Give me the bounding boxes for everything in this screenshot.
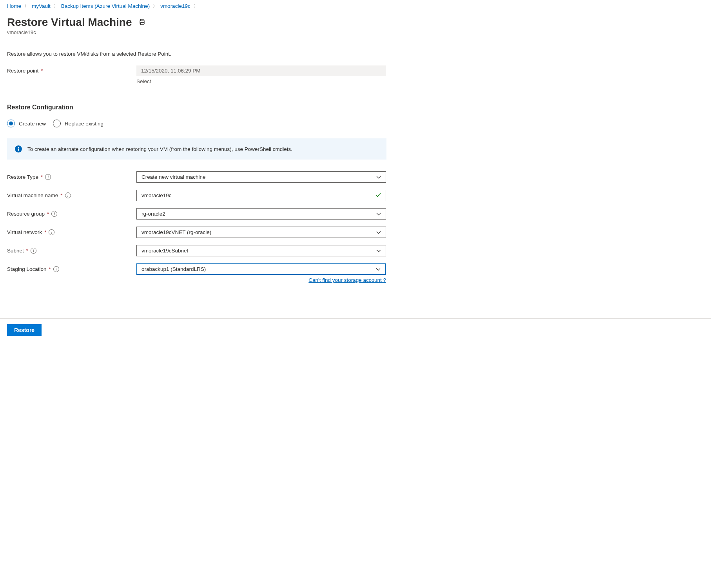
staging-location-value: orabackup1 (StandardLRS) bbox=[141, 266, 206, 272]
chevron-right-icon: 〉 bbox=[194, 3, 198, 9]
chevron-right-icon: 〉 bbox=[54, 3, 58, 9]
restore-point-label: Restore point bbox=[7, 68, 38, 74]
svg-rect-3 bbox=[18, 149, 19, 151]
restore-config-radio-group: Create new Replace existing bbox=[7, 120, 467, 127]
info-icon[interactable]: i bbox=[31, 248, 36, 254]
breadcrumb-vmoracle19c[interactable]: vmoracle19c bbox=[160, 3, 190, 9]
breadcrumb: Home 〉 myVault 〉 Backup Items (Azure Vir… bbox=[7, 0, 467, 9]
page-description: Restore allows you to restore VM/disks f… bbox=[7, 51, 467, 57]
subnet-select[interactable]: vmoracle19cSubnet bbox=[136, 245, 386, 256]
info-icon[interactable]: i bbox=[49, 229, 54, 235]
breadcrumb-backup-items[interactable]: Backup Items (Azure Virtual Machine) bbox=[61, 3, 150, 9]
restore-type-label: Restore Type bbox=[7, 174, 38, 180]
chevron-down-icon bbox=[376, 266, 381, 272]
svg-rect-1 bbox=[141, 22, 144, 24]
info-banner-text: To create an alternate configuration whe… bbox=[27, 146, 292, 152]
resource-group-select[interactable]: rg-oracle2 bbox=[136, 208, 386, 220]
resource-group-label: Resource group bbox=[7, 211, 45, 217]
chevron-down-icon bbox=[376, 248, 381, 254]
staging-location-label: Staging Location bbox=[7, 266, 47, 272]
required-indicator: * bbox=[41, 68, 43, 74]
subnet-label: Subnet bbox=[7, 248, 24, 254]
radio-replace-existing-label: Replace existing bbox=[65, 121, 103, 127]
info-icon[interactable]: i bbox=[65, 192, 71, 198]
radio-create-new[interactable]: Create new bbox=[7, 120, 46, 127]
storage-account-help-link[interactable]: Can't find your storage account ? bbox=[308, 277, 386, 283]
resource-group-value: rg-oracle2 bbox=[141, 211, 165, 217]
footer-bar: Restore bbox=[0, 318, 711, 341]
vnet-value: vmoracle19cVNET (rg-oracle) bbox=[141, 229, 211, 235]
radio-replace-existing[interactable]: Replace existing bbox=[53, 120, 103, 127]
vm-name-label: Virtual machine name bbox=[7, 192, 58, 198]
restore-config-heading: Restore Configuration bbox=[7, 104, 467, 111]
staging-location-select[interactable]: orabackup1 (StandardLRS) bbox=[136, 263, 386, 275]
vnet-select[interactable]: vmoracle19cVNET (rg-oracle) bbox=[136, 227, 386, 238]
chevron-down-icon bbox=[376, 229, 381, 235]
checkmark-icon bbox=[375, 192, 381, 198]
print-icon[interactable] bbox=[139, 18, 146, 27]
svg-point-4 bbox=[18, 147, 19, 148]
radio-create-new-label: Create new bbox=[19, 121, 46, 127]
vm-name-value: vmoracle19c bbox=[141, 192, 172, 198]
info-icon[interactable]: i bbox=[53, 266, 59, 272]
required-indicator: * bbox=[47, 211, 49, 217]
vnet-label: Virtual network bbox=[7, 229, 42, 235]
required-indicator: * bbox=[44, 229, 46, 235]
svg-rect-0 bbox=[141, 19, 144, 21]
restore-button[interactable]: Restore bbox=[7, 324, 42, 336]
chevron-right-icon: 〉 bbox=[153, 3, 157, 9]
restore-point-select-link[interactable]: Select bbox=[136, 76, 386, 84]
breadcrumb-myvault[interactable]: myVault bbox=[32, 3, 51, 9]
restore-type-value: Create new virtual machine bbox=[141, 174, 206, 180]
breadcrumb-home[interactable]: Home bbox=[7, 3, 21, 9]
chevron-down-icon bbox=[376, 211, 381, 217]
required-indicator: * bbox=[60, 192, 62, 198]
chevron-right-icon: 〉 bbox=[24, 3, 29, 9]
vm-name-input[interactable]: vmoracle19c bbox=[136, 190, 386, 201]
restore-point-value: 12/15/2020, 11:06:29 PM bbox=[136, 65, 386, 76]
info-icon[interactable]: i bbox=[45, 174, 51, 180]
info-icon bbox=[15, 145, 22, 152]
page-subtitle: vmoracle19c bbox=[7, 29, 467, 35]
info-icon[interactable]: i bbox=[51, 211, 57, 217]
radio-unselected-icon bbox=[53, 120, 61, 127]
restore-type-select[interactable]: Create new virtual machine bbox=[136, 171, 386, 183]
chevron-down-icon bbox=[376, 174, 381, 180]
page-title: Restore Virtual Machine bbox=[7, 16, 132, 29]
required-indicator: * bbox=[49, 266, 51, 272]
info-banner: To create an alternate configuration whe… bbox=[7, 138, 386, 160]
subnet-value: vmoracle19cSubnet bbox=[141, 248, 188, 254]
required-indicator: * bbox=[26, 248, 28, 254]
required-indicator: * bbox=[41, 174, 43, 180]
radio-selected-icon bbox=[7, 120, 15, 127]
